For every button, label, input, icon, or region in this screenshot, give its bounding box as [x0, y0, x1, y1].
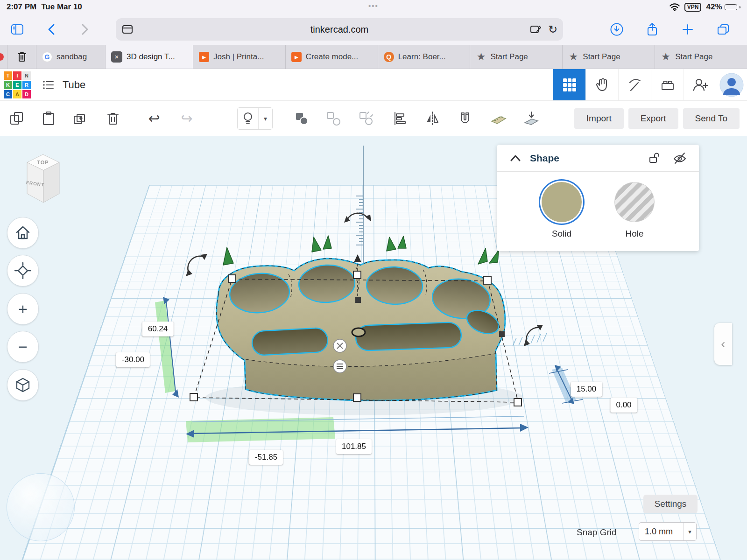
magnet-icon[interactable]: [455, 108, 475, 129]
printables-icon: ▸: [291, 52, 302, 62]
address-bar[interactable]: tinkercad.com ↻: [116, 18, 563, 41]
fit-view-button[interactable]: [7, 255, 39, 287]
undo-icon[interactable]: ↩: [144, 108, 164, 129]
google-icon: G: [42, 52, 52, 62]
edit-toolbar: ↩ ↪ ▾ Import Export Send To: [0, 101, 747, 136]
clock-date: Tue Mar 10: [41, 2, 82, 12]
minecraft-pickaxe-button[interactable]: [618, 69, 651, 100]
import-button[interactable]: Import: [574, 108, 624, 129]
show-all-split-button[interactable]: ▾: [237, 107, 273, 130]
send-to-button[interactable]: Send To: [683, 108, 740, 129]
dimension-label-height[interactable]: 15.00: [571, 382, 602, 397]
solid-swatch[interactable]: [542, 182, 582, 222]
hand-tool-button[interactable]: [585, 69, 618, 100]
tab-archive[interactable]: [7, 45, 36, 69]
design-menu-icon[interactable]: [42, 79, 54, 91]
home-view-button[interactable]: [7, 217, 39, 249]
tab-overview-button[interactable]: [715, 21, 731, 37]
forward-button[interactable]: [77, 21, 92, 37]
downloads-button[interactable]: [609, 21, 625, 37]
reload-icon[interactable]: ↻: [548, 24, 557, 35]
mirror-icon[interactable]: [422, 108, 443, 129]
settings-button[interactable]: Settings: [643, 495, 698, 513]
hole-swatch[interactable]: [614, 182, 655, 222]
star-icon: ★: [661, 52, 671, 62]
lightbulb-icon[interactable]: [238, 108, 258, 129]
snap-grid-caret-icon: ▾: [683, 523, 696, 540]
group-edit-icon[interactable]: [356, 108, 376, 129]
dimension-label-width[interactable]: 101.85: [336, 439, 372, 454]
group-icon[interactable]: [291, 108, 312, 129]
unlock-icon[interactable]: [648, 152, 661, 165]
trash-favicon-icon: [17, 51, 27, 63]
tab-3d-design[interactable]: × 3D design T...: [106, 45, 193, 69]
viewcube-top-label[interactable]: TOP: [37, 160, 49, 165]
snap-grid-label: Snap Grid: [577, 527, 617, 538]
star-icon: ★: [568, 52, 578, 62]
tab-create-mode[interactable]: ▸ Create mode...: [286, 45, 378, 69]
lightbulb-caret-icon[interactable]: ▾: [258, 108, 272, 129]
tab-actions-icon[interactable]: [529, 24, 542, 35]
lego-brick-button[interactable]: [651, 69, 684, 100]
copy-icon[interactable]: [7, 108, 27, 129]
shapes-grid-button[interactable]: [553, 69, 585, 100]
hole-option[interactable]: Hole: [614, 182, 655, 239]
paste-icon[interactable]: [38, 108, 59, 129]
star-icon: ★: [476, 52, 486, 62]
sidebar-toggle-button[interactable]: [9, 21, 25, 37]
multitask-dots-handle[interactable]: •••: [368, 2, 379, 10]
new-tab-button[interactable]: [680, 21, 696, 37]
orbit-control-ball[interactable]: [7, 473, 75, 541]
zoom-out-button[interactable]: −: [7, 331, 39, 363]
align-icon[interactable]: [389, 108, 410, 129]
tab-start-page-2[interactable]: ★ Start Page: [563, 45, 655, 69]
safari-toolbar: tinkercad.com ↻: [0, 14, 747, 45]
zoom-in-button[interactable]: +: [7, 293, 39, 325]
tab-sandbag[interactable]: G sandbag: [36, 45, 106, 69]
tab-start-page-3[interactable]: ★ Start Page: [655, 45, 747, 69]
tab-partial[interactable]: [0, 45, 7, 69]
clock-time: 2:07 PM: [7, 2, 36, 12]
collaborate-button[interactable]: [684, 69, 716, 100]
side-drawer-handle[interactable]: ‹: [714, 323, 732, 365]
perspective-toggle-button[interactable]: [7, 369, 39, 401]
shape-panel-title: Shape: [530, 153, 559, 164]
view-cube[interactable]: TOP FRONT: [0, 136, 84, 211]
tinkercad-ipad-screen: { "status_bar": { "time": "2:07 PM", "da…: [0, 0, 747, 560]
page-menu-icon[interactable]: [121, 24, 134, 35]
status-bar: 2:07 PM Tue Mar 10 ••• VPN 42%: [0, 0, 747, 14]
tab-josh-printables[interactable]: ▸ Josh | Printa...: [193, 45, 286, 69]
workplane-tool-icon[interactable]: [521, 108, 542, 129]
dimension-label-elevation[interactable]: 0.00: [610, 398, 637, 413]
tab-start-page-1[interactable]: ★ Start Page: [470, 45, 563, 69]
wifi-icon: [669, 3, 680, 11]
dimension-label-x-position[interactable]: -51.85: [249, 450, 283, 465]
account-avatar[interactable]: [716, 69, 747, 100]
snap-grid-dropdown[interactable]: 1.0 mm ▾: [639, 522, 697, 541]
dimension-label-y-position[interactable]: -30.00: [116, 352, 150, 367]
design-title[interactable]: Tube: [63, 79, 85, 91]
duplicate-icon[interactable]: [70, 108, 91, 129]
vpn-badge: VPN: [684, 3, 702, 12]
redo-icon[interactable]: ↪: [176, 108, 197, 129]
close-icon[interactable]: ×: [111, 51, 122, 63]
dimension-label-ruler-length[interactable]: 60.24: [142, 322, 174, 336]
solid-option[interactable]: Solid: [542, 182, 582, 239]
learn-q-icon: Q: [384, 52, 394, 62]
shape-inspector-panel: Shape Solid Hole: [497, 145, 699, 251]
collapse-chevron-icon[interactable]: [509, 154, 521, 162]
ungroup-icon[interactable]: [323, 108, 344, 129]
viewport-canvas[interactable]: TOP FRONT + − 60.24 -30.00 15.00 0.00 10…: [0, 136, 747, 560]
back-button[interactable]: [44, 21, 60, 37]
tab-learn[interactable]: Q Learn: Boer...: [378, 45, 471, 69]
share-button[interactable]: [644, 21, 660, 37]
tinkercad-logo[interactable]: TIN KER CAD: [4, 71, 31, 98]
ruler-tool-icon[interactable]: [488, 108, 509, 129]
export-button[interactable]: Export: [628, 108, 678, 129]
url-text[interactable]: tinkercad.com: [116, 24, 563, 35]
delete-icon[interactable]: [103, 108, 123, 129]
battery-indicator: 42%: [706, 2, 740, 12]
battery-percent: 42%: [706, 2, 722, 12]
battery-icon: [725, 4, 737, 10]
hide-eye-icon[interactable]: [673, 152, 687, 165]
